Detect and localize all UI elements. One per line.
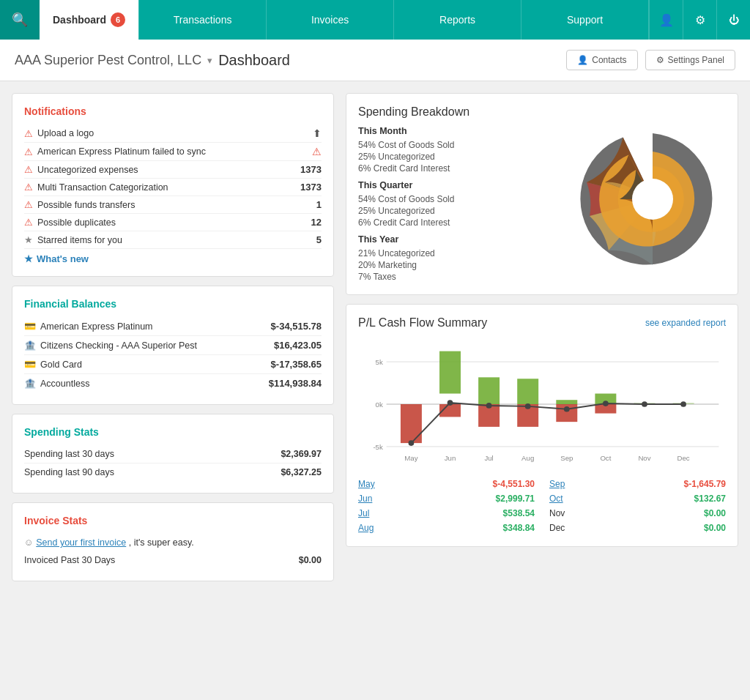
balance-amex[interactable]: 💳 American Express Platinum $-34,515.78 <box>24 317 322 336</box>
pl-month-sep[interactable]: Sep <box>549 479 565 489</box>
power-icon: ⏻ <box>729 14 739 26</box>
dashboard-tab-label: Dashboard <box>53 14 106 26</box>
nav-support[interactable]: Support <box>521 0 648 40</box>
svg-point-23 <box>525 403 531 409</box>
svg-text:Dec: Dec <box>677 454 689 462</box>
star-icon: ★ <box>24 234 33 245</box>
notifications-title: Notifications <box>24 105 322 117</box>
smiley-icon: ☺ <box>24 537 34 548</box>
svg-rect-12 <box>517 379 538 404</box>
svg-text:0k: 0k <box>376 401 383 409</box>
page-title: AAA Superior Pest Control, LLC ▾ Dashboa… <box>15 52 290 69</box>
chevron-down-icon: ▾ <box>207 55 212 66</box>
power-icon-button[interactable]: ⏻ <box>716 0 750 40</box>
svg-rect-8 <box>439 351 461 394</box>
send-first-invoice-link[interactable]: Send your first invoice <box>36 537 126 548</box>
nav-reports[interactable]: Reports <box>393 0 521 40</box>
pl-right-half: Sep $-1,645.79 Oct $132.67 Nov $0.00 Dec… <box>549 477 726 535</box>
pl-amount-dec: $0.00 <box>704 523 726 533</box>
warning-icon-5: ⚠ <box>24 199 33 210</box>
financial-balances-title: Financial Balances <box>24 298 322 310</box>
balance-gold-card[interactable]: 💳 Gold Card $-17,358.65 <box>24 355 322 374</box>
svg-rect-14 <box>556 400 577 404</box>
bank-icon-2: 🏦 <box>24 378 36 389</box>
this-quarter-label: This Quarter <box>358 180 572 190</box>
balance-accountless[interactable]: 🏦 Accountless $114,938.84 <box>24 374 322 392</box>
header-bar: AAA Superior Pest Control, LLC ▾ Dashboa… <box>0 40 750 81</box>
pl-cash-flow-panel: P/L Cash Flow Summary see expanded repor… <box>346 304 738 547</box>
stat-90-days: Spending last 90 days $6,327.25 <box>24 463 322 481</box>
nav-transactions[interactable]: Transactions <box>138 0 266 40</box>
pl-month-oct[interactable]: Oct <box>549 494 563 504</box>
warning-icon-4: ⚠ <box>24 182 33 193</box>
whats-new-link[interactable]: ★ What's new <box>24 253 322 264</box>
spending-stats-panel: Spending Stats Spending last 30 days $2,… <box>12 414 334 494</box>
settings-icon-button[interactable]: ⚙ <box>683 0 716 40</box>
this-year-item-1: 21% Uncategorized <box>358 247 572 259</box>
svg-point-27 <box>680 401 686 407</box>
spending-stats-title: Spending Stats <box>24 426 322 438</box>
notif-funds-transfers[interactable]: ⚠ Possible funds transfers 1 <box>24 196 322 214</box>
dashboard-tab[interactable]: Dashboard 6 <box>40 0 138 40</box>
this-year-label: This Year <box>358 234 572 245</box>
pl-month-dec: Dec <box>549 523 565 533</box>
pl-month-jul[interactable]: Jul <box>358 508 369 518</box>
warning-icon-3: ⚠ <box>24 164 33 175</box>
search-icon: 🔍 <box>12 12 28 28</box>
svg-text:Jun: Jun <box>445 454 456 462</box>
dashboard-page-label: Dashboard <box>218 52 290 69</box>
this-month-item-3: 6% Credit Card Interest <box>358 163 572 174</box>
pl-cash-flow-title: P/L Cash Flow Summary <box>358 316 487 329</box>
svg-rect-10 <box>478 377 500 404</box>
pl-month-aug[interactable]: Aug <box>358 523 374 533</box>
svg-point-22 <box>486 403 492 409</box>
bank-icon: 🏦 <box>24 340 36 351</box>
svg-text:Nov: Nov <box>638 454 650 462</box>
this-year-item-3: 7% Taxes <box>358 271 572 283</box>
pl-row-oct: Oct $132.67 <box>549 492 726 505</box>
gear-icon: ⚙ <box>695 13 705 27</box>
invoice-stats-title: Invoice Stats <box>24 515 322 526</box>
svg-text:Oct: Oct <box>600 454 611 462</box>
pl-amount-sep: $-1,645.79 <box>684 479 726 489</box>
spending-breakdown-content: This Month 54% Cost of Goods Sold 25% Un… <box>358 126 726 283</box>
credit-card-icon-2: 💳 <box>24 359 36 370</box>
dashboard-badge: 6 <box>111 12 125 27</box>
upload-icon: ⬆ <box>313 127 322 139</box>
svg-point-25 <box>603 401 609 406</box>
svg-text:Sep: Sep <box>560 454 573 462</box>
nav-invoices[interactable]: Invoices <box>266 0 393 40</box>
this-quarter-item-1: 54% Cost of Goods Sold <box>358 193 572 205</box>
notif-starred[interactable]: ★ Starred items for you 5 <box>24 231 322 249</box>
svg-text:5k: 5k <box>376 358 383 366</box>
user-icon-button[interactable]: 👤 <box>649 0 683 40</box>
notif-duplicates[interactable]: ⚠ Possible duplicates 12 <box>24 214 322 231</box>
pl-row-may: May $-4,551.30 <box>358 477 535 491</box>
company-name: AAA Superior Pest Control, LLC <box>15 53 201 68</box>
pl-amount-oct: $132.67 <box>694 494 726 504</box>
this-year-item-2: 20% Marketing <box>358 259 572 271</box>
notif-amex-sync[interactable]: ⚠ American Express Platinum failed to sy… <box>24 143 322 161</box>
see-expanded-report-link[interactable]: see expanded report <box>645 318 726 328</box>
notif-upload-logo[interactable]: ⚠ Upload a logo ⬆ <box>24 124 322 143</box>
pl-month-may[interactable]: May <box>358 479 375 489</box>
top-navigation: 🔍 Dashboard 6 Transactions Invoices Repo… <box>0 0 750 40</box>
this-month-label: This Month <box>358 126 572 136</box>
left-column: Notifications ⚠ Upload a logo ⬆ ⚠ Americ… <box>12 93 334 581</box>
svg-text:Jul: Jul <box>484 454 493 462</box>
this-quarter-item-3: 6% Credit Card Interest <box>358 217 572 228</box>
notif-uncategorized[interactable]: ⚠ Uncategorized expenses 1373 <box>24 161 322 179</box>
main-content: Notifications ⚠ Upload a logo ⬆ ⚠ Americ… <box>0 81 750 593</box>
pl-row-sep: Sep $-1,645.79 <box>549 477 726 491</box>
pl-month-jun[interactable]: Jun <box>358 494 372 504</box>
pl-row-dec: Dec $0.00 <box>549 521 726 535</box>
notif-multi-transaction[interactable]: ⚠ Multi Transaction Categorization 1373 <box>24 179 322 196</box>
search-button[interactable]: 🔍 <box>0 0 40 40</box>
financial-balances-panel: Financial Balances 💳 American Express Pl… <box>12 286 334 405</box>
settings-panel-button[interactable]: ⚙ Settings Panel <box>645 50 735 70</box>
pl-bar-chart: 5k 0k -5k <box>358 338 726 470</box>
contacts-button[interactable]: 👤 Contacts <box>566 50 637 70</box>
svg-point-20 <box>409 440 415 446</box>
balance-citizens[interactable]: 🏦 Citizens Checking - AAA Superior Pest … <box>24 336 322 355</box>
svg-point-24 <box>564 406 570 412</box>
